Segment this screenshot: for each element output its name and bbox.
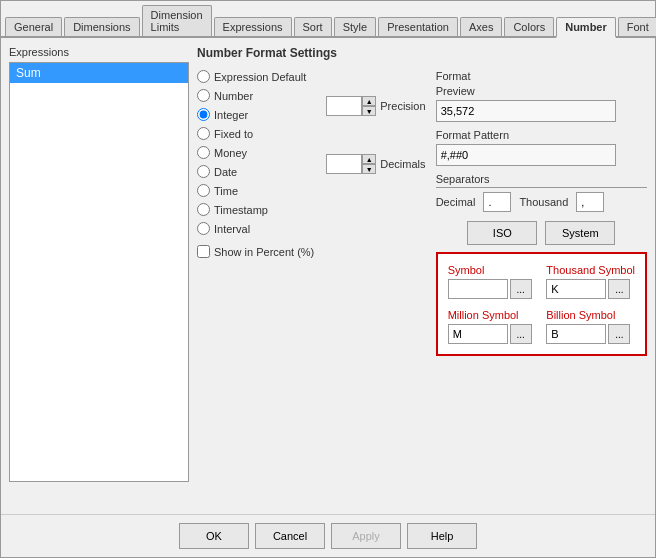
cancel-button[interactable]: Cancel xyxy=(255,523,325,549)
separators-section: Separators Decimal Thousand xyxy=(436,173,647,212)
ok-button[interactable]: OK xyxy=(179,523,249,549)
radio-spinner-area: Expression Default Number Integer xyxy=(197,70,428,258)
symbol-grid: Symbol ... Thousand Symbol .. xyxy=(448,264,635,344)
precision-spinbuttons: ▲ ▼ xyxy=(362,96,376,116)
section-title: Number Format Settings xyxy=(197,46,647,60)
precision-input[interactable] xyxy=(326,96,362,116)
symbol-input-row: ... xyxy=(448,279,537,299)
help-button[interactable]: Help xyxy=(407,523,477,549)
radio-interval[interactable]: Interval xyxy=(197,222,314,235)
separators-row: Decimal Thousand xyxy=(436,192,647,212)
thousand-symbol-input[interactable] xyxy=(546,279,606,299)
tab-colors[interactable]: Colors xyxy=(504,17,554,36)
thousand-symbol-input-row: ... xyxy=(546,279,635,299)
symbol-input[interactable] xyxy=(448,279,508,299)
symbol-group: Symbol ... xyxy=(448,264,537,299)
tab-bar: General Dimensions Dimension Limits Expr… xyxy=(1,1,655,38)
precision-up[interactable]: ▲ xyxy=(362,96,376,106)
preview-input[interactable] xyxy=(436,100,616,122)
right-panel: Number Format Settings Expression Defaul… xyxy=(197,46,647,506)
radio-date[interactable]: Date xyxy=(197,165,314,178)
radio-integer[interactable]: Integer xyxy=(197,108,314,121)
tab-axes[interactable]: Axes xyxy=(460,17,502,36)
bottom-bar: OK Cancel Apply Help xyxy=(1,514,655,557)
million-symbol-browse-btn[interactable]: ... xyxy=(510,324,532,344)
radio-timestamp[interactable]: Timestamp xyxy=(197,203,314,216)
expressions-item-sum[interactable]: Sum xyxy=(10,63,188,83)
billion-symbol-group: Billion Symbol ... xyxy=(546,309,635,344)
tab-dimensions[interactable]: Dimensions xyxy=(64,17,139,36)
billion-symbol-input[interactable] xyxy=(546,324,606,344)
system-button[interactable]: System xyxy=(545,221,615,245)
precision-down[interactable]: ▼ xyxy=(362,106,376,116)
radio-column: Expression Default Number Integer xyxy=(197,70,314,258)
radio-number[interactable]: Number xyxy=(197,89,314,102)
options-area: Expression Default Number Integer xyxy=(197,70,428,356)
top-area: Expression Default Number Integer xyxy=(197,70,647,356)
decimals-down[interactable]: ▼ xyxy=(362,164,376,174)
million-symbol-group: Million Symbol ... xyxy=(448,309,537,344)
tab-font[interactable]: Font xyxy=(618,17,656,36)
decimals-input[interactable] xyxy=(326,154,362,174)
thousand-separator-input[interactable] xyxy=(576,192,604,212)
thousand-symbol-browse-btn[interactable]: ... xyxy=(608,279,630,299)
million-symbol-input-row: ... xyxy=(448,324,537,344)
tab-presentation[interactable]: Presentation xyxy=(378,17,458,36)
tab-number[interactable]: Number xyxy=(556,17,616,38)
decimals-spinbuttons: ▲ ▼ xyxy=(362,154,376,174)
decimal-separator-input[interactable] xyxy=(483,192,511,212)
expressions-list: Sum xyxy=(9,62,189,482)
tab-expressions[interactable]: Expressions xyxy=(214,17,292,36)
tab-sort[interactable]: Sort xyxy=(294,17,332,36)
decimals-spinner: ▲ ▼ Decimals xyxy=(326,154,425,174)
spinner-group: ▲ ▼ Precision ▲ xyxy=(326,96,425,258)
expressions-label: Expressions xyxy=(9,46,189,58)
tab-style[interactable]: Style xyxy=(334,17,376,36)
format-display: Format Preview Format Pattern Separators… xyxy=(436,70,647,356)
iso-system-row: ISO System xyxy=(436,221,647,245)
tab-dimension-limits[interactable]: Dimension Limits xyxy=(142,5,212,36)
main-window: General Dimensions Dimension Limits Expr… xyxy=(0,0,656,558)
show-percent-row[interactable]: Show in Percent (%) xyxy=(197,245,314,258)
radio-expression-default[interactable]: Expression Default xyxy=(197,70,314,83)
thousand-symbol-group: Thousand Symbol ... xyxy=(546,264,635,299)
tab-general[interactable]: General xyxy=(5,17,62,36)
left-panel: Expressions Sum xyxy=(9,46,189,506)
apply-button[interactable]: Apply xyxy=(331,523,401,549)
decimals-up[interactable]: ▲ xyxy=(362,154,376,164)
radio-money[interactable]: Money xyxy=(197,146,314,159)
radio-fixed-to[interactable]: Fixed to xyxy=(197,127,314,140)
symbol-browse-btn[interactable]: ... xyxy=(510,279,532,299)
radio-time[interactable]: Time xyxy=(197,184,314,197)
main-content: Expressions Sum Number Format Settings E… xyxy=(1,38,655,514)
iso-button[interactable]: ISO xyxy=(467,221,537,245)
precision-spinner: ▲ ▼ Precision xyxy=(326,96,425,116)
million-symbol-input[interactable] xyxy=(448,324,508,344)
precision-input-group: ▲ ▼ xyxy=(326,96,376,116)
format-pattern-input[interactable] xyxy=(436,144,616,166)
billion-symbol-browse-btn[interactable]: ... xyxy=(608,324,630,344)
decimals-input-group: ▲ ▼ xyxy=(326,154,376,174)
symbol-box: Symbol ... Thousand Symbol .. xyxy=(436,252,647,356)
billion-symbol-input-row: ... xyxy=(546,324,635,344)
